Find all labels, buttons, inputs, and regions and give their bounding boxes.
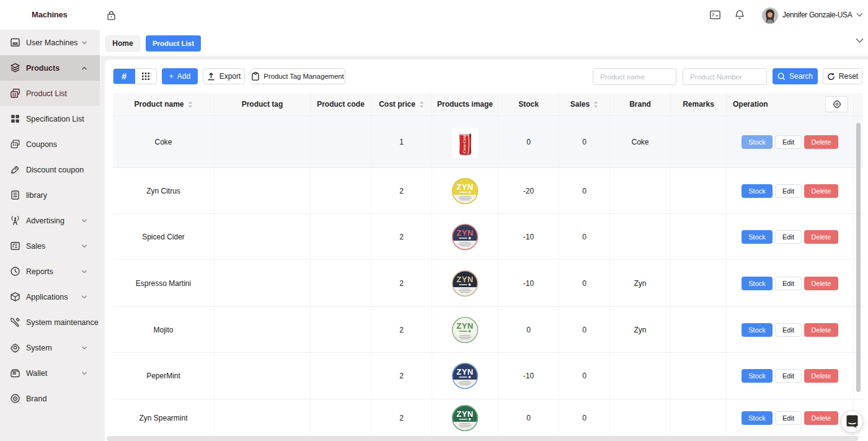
svg-text:ZYN: ZYN <box>456 275 474 284</box>
svg-text:ZYN: ZYN <box>456 182 474 192</box>
svg-text:ZYN: ZYN <box>456 367 474 376</box>
svg-text:Coca-Cola: Coca-Cola <box>462 135 466 153</box>
svg-text:ZYN: ZYN <box>456 321 474 331</box>
svg-text:ZYN: ZYN <box>456 409 474 419</box>
svg-text:ZYN: ZYN <box>456 228 474 238</box>
